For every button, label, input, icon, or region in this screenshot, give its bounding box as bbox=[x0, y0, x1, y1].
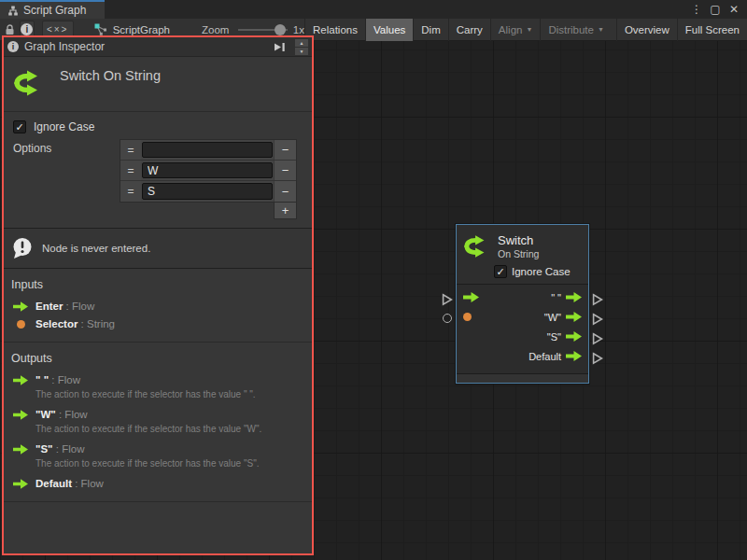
toolbar-button-full-screen[interactable]: Full Screen bbox=[677, 19, 747, 41]
toolbar-button-distribute[interactable]: Distribute▼ bbox=[540, 19, 612, 41]
close-icon[interactable]: ✕ bbox=[726, 2, 741, 17]
node-output-flow-port[interactable] bbox=[566, 331, 582, 342]
window-menu-icon[interactable]: ⋮ bbox=[689, 2, 704, 17]
external-input-flow-connector[interactable] bbox=[442, 293, 453, 306]
node-output-label: " " bbox=[551, 292, 561, 303]
port-row-blank: " " : Flow bbox=[4, 371, 312, 388]
switch-icon bbox=[13, 66, 43, 100]
options-list: =−=−=− + bbox=[120, 139, 297, 219]
port-description: The action to execute if the selector ha… bbox=[4, 423, 312, 440]
inspector-scroll-buttons: ▲ ▼ bbox=[295, 39, 308, 55]
drag-handle-icon[interactable]: = bbox=[120, 181, 141, 202]
external-output-connector-0[interactable] bbox=[592, 293, 603, 306]
node-output-label: "S" bbox=[547, 331, 561, 343]
options-row: Options =−=−=− + bbox=[4, 137, 312, 219]
port-type: : Flow bbox=[72, 478, 104, 489]
toolbar-button-align[interactable]: Align▼ bbox=[490, 19, 541, 41]
toolbar-button-label: Full Screen bbox=[685, 24, 740, 35]
toolbar-button-dim[interactable]: Dim bbox=[413, 19, 447, 41]
code-icon: <×> bbox=[47, 24, 69, 35]
port-name: " " bbox=[35, 374, 49, 385]
options-label: Options bbox=[13, 139, 51, 155]
port-name: "W" bbox=[35, 409, 56, 420]
graph-breadcrumb-label: ScriptGraph bbox=[113, 24, 170, 35]
option-input-2[interactable] bbox=[142, 183, 273, 200]
toolbar-button-label: Distribute bbox=[548, 24, 594, 35]
port-type: : Flow bbox=[53, 443, 85, 455]
node-title: Switch bbox=[498, 233, 539, 247]
node-output-label: "W" bbox=[544, 312, 561, 323]
zoom-slider[interactable] bbox=[238, 23, 287, 36]
scroll-down-icon[interactable]: ▼ bbox=[295, 48, 308, 55]
add-option-button[interactable]: + bbox=[274, 203, 297, 219]
inspector-header-label: Graph Inspector bbox=[24, 40, 268, 53]
option-input-0[interactable] bbox=[142, 142, 273, 158]
node-port-row-2: "S" bbox=[457, 327, 588, 346]
toolbar-button-label: Overview bbox=[625, 24, 669, 35]
toolbar-button-label: Values bbox=[374, 24, 405, 35]
external-output-connector-1[interactable] bbox=[592, 313, 603, 326]
inputs-header: Inputs bbox=[4, 276, 312, 297]
node-output-flow-port[interactable] bbox=[566, 292, 582, 302]
dropdown-arrow-icon: ▼ bbox=[598, 26, 604, 33]
node-port-row-3: Default bbox=[457, 346, 588, 366]
external-input-value-connector[interactable] bbox=[443, 314, 452, 323]
warning-icon bbox=[11, 237, 34, 259]
ignore-case-row: ✓ Ignore Case bbox=[4, 119, 312, 137]
port-row-w: "W" : Flow bbox=[4, 405, 312, 423]
node-ignore-case-checkbox[interactable]: ✓ bbox=[494, 265, 507, 278]
port-type: : Flow bbox=[49, 374, 80, 385]
drag-handle-icon[interactable]: = bbox=[120, 161, 141, 180]
lock-icon bbox=[5, 24, 15, 35]
node-port-row-0: " " bbox=[457, 287, 588, 307]
port-row-selector: Selector : String bbox=[4, 315, 312, 332]
node-output-label: Default bbox=[529, 351, 561, 362]
node-input-flow-port[interactable] bbox=[463, 292, 479, 302]
node-input-value-port[interactable] bbox=[463, 313, 472, 321]
toolbar-button-label: Dim bbox=[421, 24, 440, 35]
node-ignore-case-label: Ignore Case bbox=[512, 266, 571, 277]
warning-box: Node is never entered. bbox=[4, 228, 312, 269]
info-icon: i bbox=[21, 23, 33, 35]
port-name: Enter bbox=[35, 301, 63, 312]
toolbar-button-overview[interactable]: Overview bbox=[616, 19, 677, 41]
remove-option-button[interactable]: − bbox=[274, 161, 296, 180]
remove-option-button[interactable]: − bbox=[274, 181, 296, 202]
graph-inspector-panel: i Graph Inspector ▲ ▼ Switch On String ✓… bbox=[2, 35, 314, 555]
switch-icon bbox=[462, 231, 490, 261]
ignore-case-checkbox[interactable]: ✓ bbox=[13, 120, 26, 133]
port-type: : String bbox=[78, 318, 115, 329]
node-output-flow-port[interactable] bbox=[566, 312, 582, 322]
node-output-flow-port[interactable] bbox=[566, 351, 582, 361]
option-row-1: =− bbox=[120, 161, 296, 181]
inspector-title-block: Switch On String bbox=[4, 57, 312, 112]
zoom-slider-thumb[interactable] bbox=[275, 24, 286, 35]
external-output-connector-3[interactable] bbox=[592, 352, 603, 365]
inspector-node-title: Switch On String bbox=[60, 66, 161, 83]
toolbar-view-buttons: RelationsValuesDimCarryAlign▼Distribute▼… bbox=[304, 19, 747, 41]
flow-arrow-icon bbox=[13, 301, 28, 312]
unity-script-graph-window: { "colors": { "accent_green": "#8fe12b",… bbox=[0, 0, 747, 560]
remove-option-button[interactable]: − bbox=[274, 140, 296, 160]
node-header: Switch On String ✓ Ignore Case bbox=[457, 225, 588, 284]
drag-handle-icon[interactable]: = bbox=[120, 140, 141, 160]
port-name: Selector bbox=[35, 318, 78, 329]
option-input-1[interactable] bbox=[142, 162, 273, 178]
zoom-value: 1x bbox=[293, 24, 304, 35]
toolbar-button-label: Align bbox=[499, 24, 523, 35]
toolbar-button-values[interactable]: Values bbox=[365, 19, 413, 41]
titlebar: Script Graph ⋮ ▢ ✕ bbox=[0, 0, 747, 19]
port-description: The action to execute if the selector ha… bbox=[4, 388, 312, 405]
zoom-label: Zoom bbox=[202, 24, 229, 35]
outputs-section: Outputs " " : FlowThe action to execute … bbox=[4, 343, 312, 502]
toolbar-button-carry[interactable]: Carry bbox=[448, 19, 490, 41]
toolbar-button-label: Relations bbox=[313, 24, 358, 35]
tab-script-graph[interactable]: Script Graph bbox=[0, 0, 105, 19]
external-output-connector-2[interactable] bbox=[592, 332, 603, 345]
dock-icon[interactable] bbox=[274, 42, 286, 52]
maximize-icon[interactable]: ▢ bbox=[708, 2, 723, 17]
window-controls: ⋮ ▢ ✕ bbox=[689, 0, 747, 19]
graph-breadcrumb[interactable]: ScriptGraph bbox=[94, 23, 170, 35]
scroll-up-icon[interactable]: ▲ bbox=[295, 39, 308, 47]
switch-on-string-node[interactable]: Switch On String ✓ Ignore Case " ""W""S"… bbox=[456, 224, 589, 384]
